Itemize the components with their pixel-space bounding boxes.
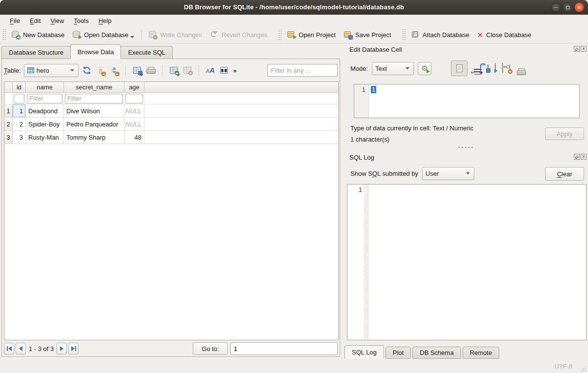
open-database-label: Open Database bbox=[84, 31, 128, 39]
menu-edit[interactable]: Edit bbox=[25, 16, 45, 26]
close-database-button[interactable]: ✕ Close Database bbox=[473, 29, 535, 41]
clear-sorting-button[interactable] bbox=[109, 64, 120, 76]
cell-id[interactable]: 2 bbox=[13, 118, 26, 130]
first-record-button[interactable] bbox=[4, 343, 14, 354]
close-button[interactable]: × bbox=[574, 2, 584, 12]
toolbar-handle[interactable] bbox=[2, 29, 6, 41]
toolbar-handle[interactable] bbox=[402, 29, 406, 41]
attach-database-label: Attach Database bbox=[423, 31, 469, 39]
set-as-link-button[interactable] bbox=[502, 65, 503, 72]
column-header-name[interactable]: name bbox=[26, 82, 64, 93]
insert-dropdown-icon[interactable] bbox=[176, 74, 180, 76]
import-data-button[interactable] bbox=[480, 65, 481, 72]
close-panel-button[interactable]: ✕ bbox=[581, 154, 587, 160]
cell-age[interactable]: 48 bbox=[124, 131, 144, 144]
cell-name[interactable]: Spider-Boy bbox=[26, 118, 64, 130]
open-database-dropdown-icon[interactable] bbox=[130, 36, 134, 38]
sql-log-editor[interactable]: 1 bbox=[347, 184, 587, 340]
minus-badge-icon bbox=[508, 69, 512, 74]
refresh-button[interactable] bbox=[81, 64, 92, 76]
column-header-id[interactable]: id bbox=[13, 82, 26, 93]
titlebar: DB Browser for SQLite - /home/user/code/… bbox=[0, 0, 588, 15]
float-panel-button[interactable] bbox=[574, 154, 580, 160]
export-dropdown-icon[interactable] bbox=[140, 74, 143, 76]
row-number[interactable]: 1 bbox=[4, 104, 13, 117]
dock-tab-remote[interactable]: Remote bbox=[463, 347, 500, 359]
sql-source-select[interactable]: User bbox=[422, 167, 474, 180]
cell-editor[interactable]: 1 1 bbox=[354, 84, 580, 118]
panel-splitter[interactable] bbox=[341, 43, 344, 359]
print-table-button[interactable] bbox=[145, 64, 156, 76]
row-number-header bbox=[4, 82, 13, 93]
cell-id[interactable]: 3 bbox=[13, 131, 26, 144]
cell-secret-name[interactable]: Tommy Sharp bbox=[64, 131, 124, 144]
clear-filters-button[interactable] bbox=[95, 64, 106, 76]
column-header-age[interactable]: age bbox=[124, 82, 144, 93]
filter-input-secret-name[interactable] bbox=[65, 94, 123, 104]
cell-secret-name[interactable]: Dive Wilson bbox=[64, 104, 124, 117]
cell-age[interactable]: NULL bbox=[124, 104, 144, 117]
last-record-button[interactable] bbox=[68, 343, 79, 354]
auto-apply-format-button[interactable]: ⚙ bbox=[418, 62, 431, 75]
menu-help[interactable]: Help bbox=[94, 16, 117, 26]
save-project-button[interactable]: Save Project bbox=[340, 28, 395, 41]
toolbar-handle[interactable] bbox=[278, 29, 282, 41]
import-dropdown-icon[interactable] bbox=[479, 72, 483, 74]
next-record-icon bbox=[60, 346, 63, 351]
tab-execute-sql[interactable]: Execute SQL bbox=[121, 46, 173, 59]
toolbar-overflow-chevron[interactable]: » bbox=[232, 67, 238, 74]
filter-input-name[interactable] bbox=[27, 94, 62, 104]
export-table-button[interactable] bbox=[132, 64, 142, 76]
first-record-icon bbox=[8, 346, 12, 351]
filter-input-id[interactable] bbox=[14, 94, 24, 104]
dock-splitter[interactable] bbox=[345, 145, 588, 150]
cell-name[interactable]: Rusty-Man bbox=[26, 131, 64, 144]
dock-tab-plot[interactable]: Plot bbox=[385, 347, 411, 359]
log-content[interactable] bbox=[368, 185, 586, 340]
row-number[interactable]: 2 bbox=[4, 118, 13, 130]
sql-source-value: User bbox=[426, 170, 439, 177]
goto-input[interactable] bbox=[230, 342, 338, 355]
set-null-button[interactable] bbox=[509, 65, 510, 72]
export-data-button[interactable] bbox=[487, 65, 488, 72]
resize-grip[interactable] bbox=[580, 365, 587, 372]
mode-select[interactable]: Text bbox=[372, 62, 414, 75]
chevron-down-icon bbox=[70, 69, 74, 71]
insert-record-button[interactable] bbox=[168, 64, 179, 76]
text-mode-toggle[interactable] bbox=[451, 61, 467, 76]
float-panel-button[interactable] bbox=[574, 46, 580, 52]
minimize-button[interactable]: ─ bbox=[551, 2, 561, 12]
attach-database-button[interactable]: Attach Database bbox=[407, 28, 473, 41]
dock-tab-db-schema[interactable]: DB Schema bbox=[412, 347, 461, 359]
filter-any-column-input[interactable] bbox=[267, 64, 338, 77]
table-select[interactable]: hero bbox=[24, 64, 79, 77]
edit-display-format-button[interactable]: AA bbox=[205, 64, 216, 76]
column-header-secret-name[interactable]: secret_name bbox=[64, 82, 124, 93]
previous-record-button[interactable] bbox=[16, 343, 26, 354]
menu-tools[interactable]: Tools bbox=[69, 16, 93, 26]
open-project-button[interactable]: Open Project bbox=[283, 28, 340, 41]
tab-database-structure[interactable]: Database Structure bbox=[1, 46, 71, 59]
cell-name[interactable]: Deadpond bbox=[26, 104, 64, 117]
open-database-button[interactable]: Open Database bbox=[68, 28, 138, 41]
goto-button[interactable]: Go to: bbox=[193, 342, 228, 355]
clear-log-button[interactable]: Clear bbox=[545, 167, 584, 181]
open-external-button[interactable] bbox=[495, 65, 496, 72]
cell-secret-name[interactable]: Pedro Parqueador bbox=[64, 118, 124, 130]
cell-age[interactable]: NULL bbox=[124, 118, 144, 130]
menu-view[interactable]: View bbox=[45, 16, 69, 26]
menu-file[interactable]: File bbox=[5, 16, 25, 26]
new-database-button[interactable]: New Database bbox=[7, 28, 68, 41]
encoding-indicator[interactable]: UTF-8 bbox=[554, 363, 572, 370]
maximize-button[interactable] bbox=[563, 2, 572, 12]
cell-editor-content[interactable]: 1 bbox=[369, 84, 579, 118]
tab-browse-data[interactable]: Browse Data bbox=[70, 44, 121, 59]
next-record-button[interactable] bbox=[57, 343, 67, 354]
close-panel-button[interactable]: ✕ bbox=[581, 46, 587, 52]
cell-id[interactable]: 1 bbox=[13, 104, 26, 117]
filter-input-age[interactable] bbox=[125, 94, 143, 104]
row-number[interactable]: 3 bbox=[4, 131, 13, 144]
dock-tab-sql-log[interactable]: SQL Log bbox=[345, 345, 384, 359]
data-grid: id name secret_name age 1 1 Deadpond Div… bbox=[4, 82, 339, 340]
find-in-table-button[interactable] bbox=[219, 64, 229, 76]
